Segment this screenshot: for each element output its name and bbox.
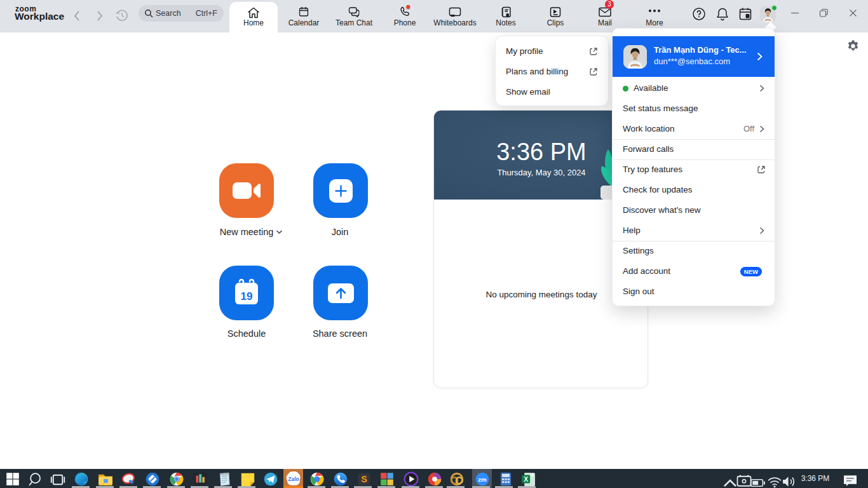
svg-text:Zalo: Zalo bbox=[288, 477, 299, 482]
svg-text:zm: zm bbox=[478, 476, 487, 483]
svg-text:19: 19 bbox=[241, 290, 253, 302]
svg-text:X: X bbox=[524, 476, 528, 483]
svg-text:S: S bbox=[361, 474, 367, 484]
